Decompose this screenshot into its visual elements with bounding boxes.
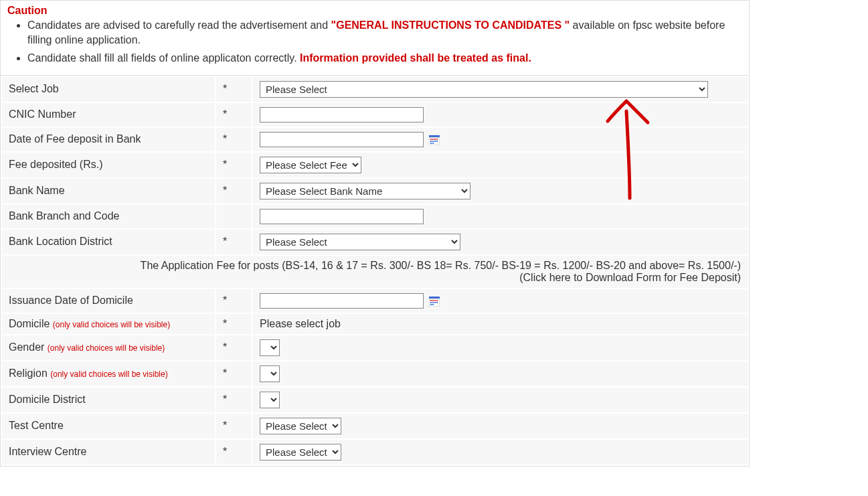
label-domicile: Domicile (only valid choices will be vis… xyxy=(1,313,215,335)
test-centre-dropdown[interactable]: Please Select xyxy=(260,418,341,434)
label-fee-amount: Fee deposited (Rs.) xyxy=(1,152,215,178)
label-cnic: CNIC Number xyxy=(1,102,215,127)
svg-rect-18 xyxy=(430,302,432,303)
row-religion: Religion (only valid choices will be vis… xyxy=(1,361,748,387)
svg-rect-6 xyxy=(430,141,432,142)
svg-rect-0 xyxy=(429,135,440,137)
label-domicile-district: Domicile District xyxy=(1,387,215,413)
svg-rect-12 xyxy=(429,297,440,299)
svg-rect-15 xyxy=(432,300,434,301)
row-gender: Gender (only valid choices will be visib… xyxy=(1,335,748,361)
row-domicile-district: Domicile District * xyxy=(1,387,748,413)
label-domicile-date: Issuance Date of Domicile xyxy=(1,288,215,313)
row-bank-name: Bank Name * Please Select Bank Name xyxy=(1,178,748,204)
fee-note-link[interactable]: (Click here to Download Form for Fee Dep… xyxy=(9,272,741,284)
fee-amount-dropdown[interactable]: Please Select Fee xyxy=(260,157,361,173)
form-container: Caution Candidates are advised to carefu… xyxy=(0,0,750,467)
label-religion: Religion (only valid choices will be vis… xyxy=(1,361,215,387)
form-table: Select Job * Please Select CNIC Number *… xyxy=(1,76,749,466)
star: * xyxy=(215,76,252,102)
label-note: (only valid choices will be visible) xyxy=(50,369,167,379)
row-select-job: Select Job * Please Select xyxy=(1,76,748,102)
svg-rect-5 xyxy=(436,139,438,140)
label-bank-loc: Bank Location District xyxy=(1,229,215,255)
fee-date-input[interactable] xyxy=(260,132,424,147)
row-interview-centre: Interview Centre * Please Select xyxy=(1,439,748,465)
svg-rect-3 xyxy=(432,139,434,140)
row-bank-branch: Bank Branch and Code xyxy=(1,204,748,229)
caution-item-1: Candidates are advised to carefully read… xyxy=(27,18,742,47)
row-domicile: Domicile (only valid choices will be vis… xyxy=(1,313,748,335)
calendar-icon[interactable] xyxy=(429,297,440,307)
star: * xyxy=(215,387,252,413)
row-bank-loc: Bank Location District * Please Select xyxy=(1,229,748,255)
label-bank-branch: Bank Branch and Code xyxy=(1,204,215,229)
svg-rect-4 xyxy=(434,139,436,140)
star: * xyxy=(215,413,252,439)
caution-list: Candidates are advised to carefully read… xyxy=(7,18,742,66)
svg-rect-10 xyxy=(430,143,432,144)
star: * xyxy=(215,361,252,387)
svg-rect-8 xyxy=(434,141,436,142)
select-job-dropdown[interactable]: Please Select xyxy=(260,81,708,98)
caution-box: Caution Candidates are advised to carefu… xyxy=(1,1,749,76)
caution-text: Candidate shall fill all fields of onlin… xyxy=(27,52,300,64)
label-fee-date: Date of Fee deposit in Bank xyxy=(1,127,215,152)
star: * xyxy=(215,229,252,255)
svg-rect-9 xyxy=(436,141,438,142)
domicile-district-dropdown[interactable] xyxy=(260,392,280,408)
label-note: (only valid choices will be visible) xyxy=(53,320,170,329)
svg-rect-16 xyxy=(434,300,436,301)
star xyxy=(215,204,252,229)
svg-rect-7 xyxy=(432,141,434,142)
label-gender: Gender (only valid choices will be visib… xyxy=(1,335,215,361)
row-fee-note: The Application Fee for posts (BS-14, 16… xyxy=(1,255,748,288)
svg-rect-14 xyxy=(430,300,432,301)
label-interview-centre: Interview Centre xyxy=(1,439,215,465)
label-text: Domicile xyxy=(9,318,53,329)
bank-name-dropdown[interactable]: Please Select Bank Name xyxy=(260,183,470,199)
svg-rect-19 xyxy=(432,302,434,303)
caution-title: Caution xyxy=(7,5,742,17)
svg-rect-2 xyxy=(430,139,432,140)
svg-rect-22 xyxy=(430,304,432,305)
label-note: (only valid choices will be visible) xyxy=(48,343,165,353)
star: * xyxy=(215,335,252,361)
row-domicile-date: Issuance Date of Domicile * xyxy=(1,288,748,313)
gender-dropdown[interactable] xyxy=(260,339,280,356)
calendar-icon[interactable] xyxy=(429,135,440,145)
svg-rect-23 xyxy=(432,304,434,305)
domicile-text: Please select job xyxy=(252,313,748,335)
interview-centre-dropdown[interactable]: Please Select xyxy=(260,444,341,461)
label-text: Gender xyxy=(9,341,48,353)
star: * xyxy=(215,127,252,152)
row-test-centre: Test Centre * Please Select xyxy=(1,413,748,439)
svg-rect-11 xyxy=(432,143,434,144)
bank-branch-input[interactable] xyxy=(260,209,424,224)
religion-dropdown[interactable] xyxy=(260,365,280,382)
star: * xyxy=(215,439,252,465)
label-test-centre: Test Centre xyxy=(1,413,215,439)
row-fee-amount: Fee deposited (Rs.) * Please Select Fee xyxy=(1,152,748,178)
label-select-job: Select Job xyxy=(1,76,215,102)
star: * xyxy=(215,313,252,335)
caution-item-2: Candidate shall fill all fields of onlin… xyxy=(27,51,742,66)
fee-note-text: The Application Fee for posts (BS-14, 16… xyxy=(9,260,741,272)
star: * xyxy=(215,178,252,204)
caution-text: Candidates are advised to carefully read… xyxy=(27,19,331,31)
fee-note: The Application Fee for posts (BS-14, 16… xyxy=(1,255,748,288)
label-text: Religion xyxy=(9,367,50,379)
label-bank-name: Bank Name xyxy=(1,178,215,204)
svg-rect-17 xyxy=(436,300,438,301)
bank-loc-dropdown[interactable]: Please Select xyxy=(260,234,460,250)
caution-strong: "GENERAL INSTRUCTIONS TO CANDIDATES " xyxy=(331,19,570,31)
cnic-input[interactable] xyxy=(260,107,424,122)
row-fee-date: Date of Fee deposit in Bank * xyxy=(1,127,748,152)
caution-strong: Information provided shall be treated as… xyxy=(300,52,531,64)
star: * xyxy=(215,102,252,127)
svg-rect-21 xyxy=(436,302,438,303)
star: * xyxy=(215,152,252,178)
star: * xyxy=(215,288,252,313)
domicile-date-input[interactable] xyxy=(260,293,424,309)
svg-rect-20 xyxy=(434,302,436,303)
